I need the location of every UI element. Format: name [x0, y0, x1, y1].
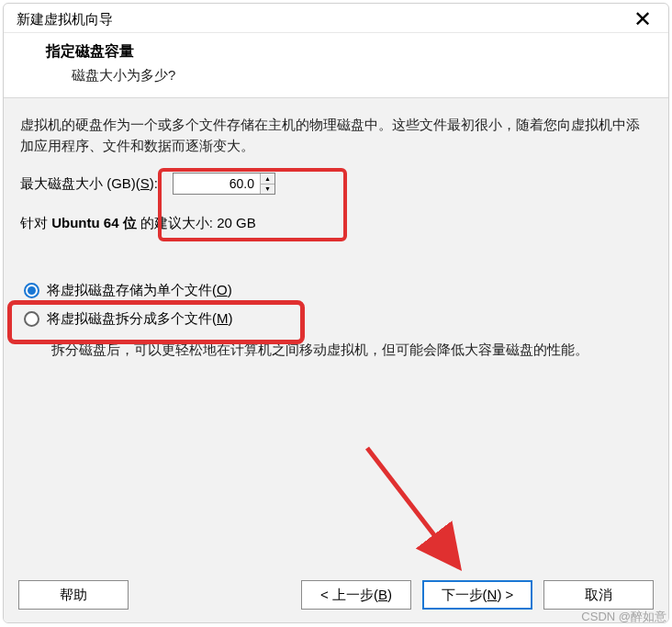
cancel-button[interactable]: 取消 [543, 580, 654, 610]
description-text: 虚拟机的硬盘作为一个或多个文件存储在主机的物理磁盘中。这些文件最初很小，随着您向… [20, 115, 652, 156]
radio-single-file[interactable]: 将虚拟磁盘存储为单个文件(O) [20, 276, 652, 305]
radio-split-note: 拆分磁盘后，可以更轻松地在计算机之间移动虚拟机，但可能会降低大容量磁盘的性能。 [51, 339, 652, 360]
radio-icon[interactable] [24, 283, 39, 298]
disk-size-label: 最大磁盘大小 (GB)(S): [20, 175, 158, 193]
disk-size-spinner[interactable]: ▲ ▼ [173, 173, 275, 195]
radio-single-label: 将虚拟磁盘存储为单个文件(O) [47, 282, 232, 299]
window-title: 新建虚拟机向导 [17, 11, 113, 28]
close-icon[interactable]: ✕ [628, 8, 657, 30]
radio-split-label: 将虚拟磁盘拆分成多个文件(M) [47, 310, 233, 328]
radio-icon[interactable] [24, 311, 39, 327]
spinner-up-icon[interactable]: ▲ [261, 174, 274, 185]
next-button[interactable]: 下一步(N) > [422, 580, 532, 610]
spinner-down-icon[interactable]: ▼ [261, 185, 274, 195]
spinner-buttons: ▲ ▼ [260, 174, 274, 194]
header-title: 指定磁盘容量 [46, 42, 652, 62]
radio-split-files[interactable]: 将虚拟磁盘拆分成多个文件(M) [20, 305, 652, 333]
wizard-content: 虚拟机的硬盘作为一个或多个文件存储在主机的物理磁盘中。这些文件最初很小，随着您向… [4, 98, 668, 569]
back-button[interactable]: < 上一步(B) [301, 580, 411, 610]
disk-split-radio-group: 将虚拟磁盘存储为单个文件(O) 将虚拟磁盘拆分成多个文件(M) 拆分磁盘后，可以… [20, 276, 652, 360]
watermark-text: CSDN @醉如意 [581, 609, 666, 625]
wizard-footer: 帮助 < 上一步(B) 下一步(N) > 取消 [4, 569, 668, 622]
disk-size-row: 最大磁盘大小 (GB)(S): ▲ ▼ [20, 173, 652, 195]
wizard-dialog: 新建虚拟机向导 ✕ 指定磁盘容量 磁盘大小为多少? 虚拟机的硬盘作为一个或多个文… [3, 3, 669, 623]
disk-size-input[interactable] [174, 174, 260, 194]
help-button[interactable]: 帮助 [18, 580, 129, 610]
titlebar: 新建虚拟机向导 ✕ [4, 4, 668, 33]
wizard-header: 指定磁盘容量 磁盘大小为多少? [4, 33, 668, 98]
recommended-size-text: 针对 Ubuntu 64 位 的建议大小: 20 GB [20, 215, 652, 232]
header-subtitle: 磁盘大小为多少? [72, 67, 652, 84]
